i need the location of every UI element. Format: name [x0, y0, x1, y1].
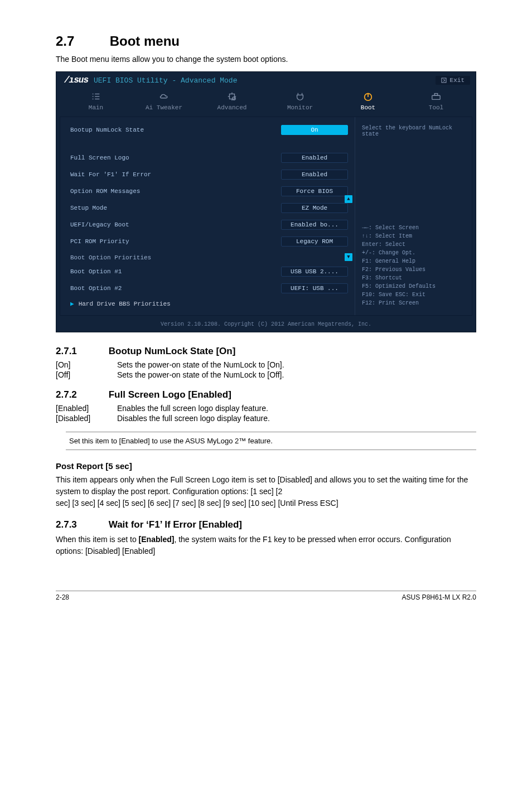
bios-nav: Main Ai Tweaker Advanced Monitor Boot To… — [56, 85, 476, 117]
bios-row[interactable]: Setup Mode EZ Mode — [70, 203, 348, 213]
bios-row[interactable]: Full Screen Logo Enabled — [70, 153, 348, 163]
list-icon — [91, 91, 101, 102]
subsection-number: 2.7.3 — [56, 519, 106, 530]
bios-row[interactable]: UEFI/Legacy Boot Enabled bo... — [70, 220, 348, 230]
tab-main[interactable]: Main — [62, 88, 130, 117]
bios-row[interactable]: Wait For 'F1' If Error Enabled — [70, 170, 348, 180]
body-line: sec] [3 sec] [4 sec] [5 sec] [6 sec] [7 … — [56, 499, 338, 508]
help-line: +/-: Change Opt. — [362, 249, 465, 257]
option-desc: Disables the full screen logo display fe… — [117, 414, 270, 423]
option-label: Full Screen Logo — [70, 154, 129, 161]
option-key: [Disabled] — [56, 414, 117, 423]
tab-label: Advanced — [217, 104, 247, 111]
help-line: ↑↓: Select Item — [362, 232, 465, 240]
subsection-title: Wait for ‘F1’ If Error [Enabled] — [109, 519, 242, 530]
bios-brand-text: UEFI BIOS Utility - Advanced Mode — [94, 76, 237, 85]
option-value[interactable]: EZ Mode — [281, 203, 348, 213]
bios-row[interactable]: Option ROM Messages Force BIOS — [70, 186, 348, 196]
subsection-number: 2.7.2 — [56, 389, 106, 400]
note-text: Set this item to [Enabled] to use the AS… — [66, 432, 476, 450]
option-value[interactable]: USB USB 2.... — [281, 267, 348, 277]
option-row: [Disabled] Disables the full screen logo… — [56, 414, 476, 423]
option-value[interactable]: Enabled bo... — [281, 220, 348, 230]
subsection-title: Full Screen Logo [Enabled] — [109, 389, 231, 400]
svg-point-12 — [233, 97, 235, 100]
tab-boot[interactable]: Boot — [334, 88, 402, 117]
option-value[interactable]: UEFI: USB ... — [281, 283, 348, 293]
hd-bbs-row[interactable]: ▶ Hard Drive BBS Priorities — [70, 300, 348, 307]
body-bold: [Enabled] — [139, 535, 175, 544]
option-value[interactable]: Enabled — [281, 153, 348, 163]
exit-button[interactable]: Exit — [436, 76, 470, 85]
subsection-number: 2.7.1 — [56, 346, 106, 357]
option-label: Boot Option #1 — [70, 268, 122, 275]
exit-label: Exit — [450, 77, 465, 84]
bios-row[interactable]: Boot Option #2 UEFI: USB ... — [70, 283, 348, 293]
option-value[interactable]: On — [281, 125, 348, 135]
bios-version-footer: Version 2.10.1208. Copyright (C) 2012 Am… — [56, 319, 476, 332]
help-line: F3: Shortcut — [362, 274, 465, 282]
hd-bbs-label: Hard Drive BBS Priorities — [79, 301, 171, 307]
bios-row[interactable]: PCI ROM Priority Legacy ROM — [70, 236, 348, 247]
body-text: When this item is set to — [56, 535, 139, 544]
help-line: →←: Select Screen — [362, 224, 465, 232]
help-line: F5: Optimized Defaults — [362, 282, 465, 291]
section-intro: The Boot menu items allow you to change … — [56, 55, 476, 64]
bios-help-pane: Select the keyboard NumLock state →←: Se… — [355, 117, 472, 315]
option-key: [Off] — [56, 370, 117, 379]
tab-monitor[interactable]: Monitor — [266, 88, 334, 117]
subsection-heading: 2.7.2 Full Screen Logo [Enabled] — [56, 389, 476, 400]
option-label: Bootup NumLock State — [70, 127, 144, 133]
svg-rect-15 — [432, 95, 440, 99]
option-label: PCI ROM Priority — [70, 238, 129, 245]
help-line: F10: Save ESC: Exit — [362, 291, 465, 299]
power-icon — [363, 91, 373, 102]
note-box: Set this item to [Enabled] to use the AS… — [56, 432, 476, 450]
tab-ai-tweaker[interactable]: Ai Tweaker — [130, 88, 198, 117]
body-line: This item appears only when the Full Scr… — [56, 475, 468, 496]
tab-label: Ai Tweaker — [146, 104, 182, 111]
help-line: F2: Previous Values — [362, 265, 465, 274]
option-key: [On] — [56, 360, 117, 369]
bios-row[interactable]: Boot Option #1 USB USB 2.... — [70, 267, 348, 277]
option-label: Option ROM Messages — [70, 188, 140, 195]
option-row: [On] Sets the power-on state of the NumL… — [56, 360, 476, 369]
help-line: F12: Print Screen — [362, 299, 465, 307]
section-heading: 2.7 Boot menu — [56, 33, 476, 49]
post-report-body: This item appears only when the Full Scr… — [56, 474, 476, 509]
s273-body: When this item is set to [Enabled], the … — [56, 534, 476, 557]
tab-label: Tool — [429, 104, 443, 111]
option-value[interactable]: Force BIOS — [281, 186, 348, 196]
bios-options-pane: Bootup NumLock State On Full Screen Logo… — [60, 117, 355, 315]
plug-icon — [295, 91, 305, 102]
subsection-title: Bootup NumLock State [On] — [109, 346, 236, 356]
tab-label: Main — [89, 104, 103, 111]
option-value[interactable]: Enabled — [281, 170, 348, 180]
option-label: UEFI/Legacy Boot — [70, 221, 129, 228]
help-shortcuts: →←: Select Screen ↑↓: Select Item Enter:… — [362, 224, 465, 307]
tab-tool[interactable]: Tool — [402, 88, 470, 117]
section-number: 2.7 — [56, 33, 106, 49]
option-desc: Sets the power-on state of the NumLock t… — [117, 360, 284, 369]
exit-icon — [441, 78, 447, 83]
svg-rect-16 — [434, 94, 437, 96]
tab-advanced[interactable]: Advanced — [198, 88, 266, 117]
chip-icon — [227, 91, 237, 102]
option-value[interactable]: Legacy ROM — [281, 236, 348, 247]
bios-screenshot: /ısus UEFI BIOS Utility - Advanced Mode … — [56, 71, 476, 332]
subsection-heading: 2.7.3 Wait for ‘F1’ If Error [Enabled] — [56, 519, 476, 530]
bios-row[interactable]: Bootup NumLock State On — [70, 125, 348, 135]
chevron-right-icon: ▶ — [70, 300, 74, 307]
option-desc: Sets the power-on state of the NumLock t… — [117, 370, 284, 379]
scroll-down-icon[interactable]: ▼ — [345, 253, 352, 261]
tab-label: Monitor — [287, 104, 313, 111]
tool-icon — [431, 91, 441, 102]
cloud-icon — [159, 91, 169, 102]
help-line: F1: General Help — [362, 257, 465, 265]
scroll-up-icon[interactable]: ▲ — [345, 195, 352, 203]
product-name: ASUS P8H61-M LX R2.0 — [402, 593, 476, 601]
page-number: 2-28 — [56, 593, 69, 601]
help-description: Select the keyboard NumLock state — [362, 125, 465, 224]
option-desc: Enables the full screen logo display fea… — [117, 404, 268, 413]
boot-priorities-header: Boot Option Priorities — [70, 254, 348, 261]
